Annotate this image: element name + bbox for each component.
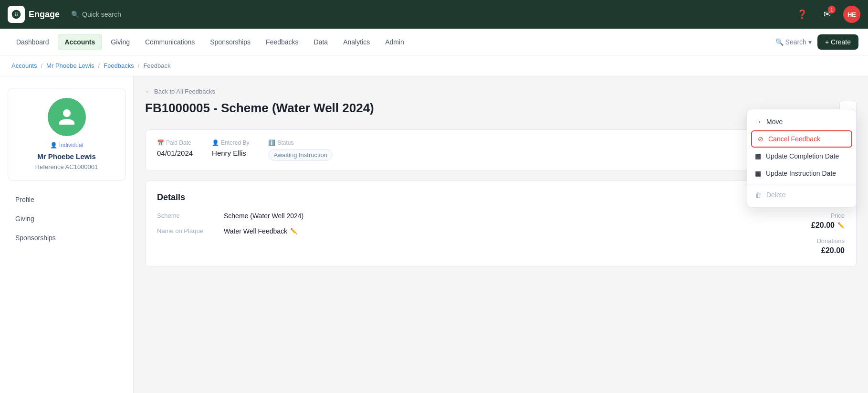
profile-avatar-icon (48, 98, 86, 136)
donations-row: Donations £20.00 (811, 237, 845, 255)
dropdown-move[interactable]: → Move (747, 113, 856, 130)
topbar: Engage 🔍 Quick search ❓ ✉ 1 HE (0, 0, 868, 29)
content-area: ← Back to All Feedbacks FB1000005 - Sche… (134, 76, 868, 393)
breadcrumb-feedbacks[interactable]: Feedbacks (104, 62, 134, 69)
profile-reference: Reference AC1000001 (35, 163, 98, 170)
update-completion-label: Update Completion Date (766, 152, 839, 160)
search-label: Search (785, 38, 806, 46)
profile-card: 👤 Individual Mr Phoebe Lewis Reference A… (8, 88, 125, 181)
reference-label: Reference (35, 163, 64, 170)
search-placeholder: Quick search (82, 11, 121, 18)
cancel-icon: ⊘ (758, 135, 763, 143)
search-button[interactable]: 🔍 Search ▾ (775, 38, 812, 46)
details-left: Scheme Scheme (Water Well 2024) Name on … (157, 212, 303, 255)
nav-item-giving[interactable]: Giving (104, 34, 136, 50)
profile-type: 👤 Individual (50, 142, 84, 149)
app-logo[interactable]: Engage (8, 6, 60, 23)
main-layout: 👤 Individual Mr Phoebe Lewis Reference A… (0, 76, 868, 393)
calendar-icon: ▦ (755, 152, 761, 160)
nav-item-analytics[interactable]: Analytics (336, 34, 376, 50)
cancel-label: Cancel Feedback (768, 135, 820, 143)
nav-right: 🔍 Search ▾ + Create (775, 34, 858, 50)
nav-item-data[interactable]: Data (307, 34, 335, 50)
info-icon: ℹ️ (268, 139, 275, 146)
create-button[interactable]: + Create (817, 34, 858, 50)
reference-value: AC1000001 (65, 163, 98, 170)
back-link[interactable]: ← Back to All Feedbacks (145, 88, 857, 95)
paid-date-value: 04/01/2024 (157, 149, 193, 157)
dropdown-cancel-feedback[interactable]: ⊘ Cancel Feedback (751, 130, 852, 148)
breadcrumb-sep-2: / (98, 62, 100, 69)
breadcrumb-sep-3: / (138, 62, 140, 69)
price-label: Price (811, 212, 845, 219)
scheme-value: Scheme (Water Well 2024) (224, 212, 303, 220)
nav-item-feedbacks[interactable]: Feedbacks (259, 34, 305, 50)
help-icon: ❓ (797, 9, 807, 20)
nav-item-sponsorships[interactable]: Sponsorships (203, 34, 257, 50)
sidebar: 👤 Individual Mr Phoebe Lewis Reference A… (0, 76, 134, 393)
status-field: ℹ️ Status Awaiting Instruction (268, 139, 333, 161)
status-badge: Awaiting Instruction (268, 149, 333, 161)
dropdown-divider (747, 184, 856, 184)
help-button[interactable]: ❓ (794, 6, 811, 23)
entered-by-field: 👤 Entered By Henry Ellis (212, 139, 249, 161)
feedback-title: FB1000005 - Scheme (Water Well 2024) (145, 101, 374, 116)
topbar-right: ❓ ✉ 1 HE (794, 6, 860, 23)
details-body: Scheme Scheme (Water Well 2024) Name on … (157, 212, 845, 255)
details-title: Details (157, 192, 845, 202)
plaque-row: Name on Plaque Water Well Feedback ✏️ (157, 227, 303, 235)
chevron-down-icon: ▾ (808, 38, 812, 46)
profile-name[interactable]: Mr Phoebe Lewis (37, 152, 96, 160)
breadcrumb-person[interactable]: Mr Phoebe Lewis (46, 62, 94, 69)
price-row: Price £20.00 ✏️ (811, 212, 845, 230)
user-avatar[interactable]: HE (843, 6, 860, 23)
trash-icon: 🗑 (755, 191, 762, 199)
dropdown-menu: → Move ⊘ Cancel Feedback ▦ Update Comple… (747, 109, 857, 208)
sidebar-item-profile[interactable]: Profile (8, 190, 125, 209)
calendar-icon: 📅 (157, 139, 164, 146)
user-icon: 👤 (212, 139, 219, 146)
price-value: £20.00 ✏️ (811, 221, 845, 230)
logo-icon (8, 6, 25, 23)
plaque-edit-icon[interactable]: ✏️ (290, 228, 297, 234)
app-name: Engage (29, 10, 60, 20)
status-label: ℹ️ Status (268, 139, 333, 146)
plaque-label: Name on Plaque (157, 227, 214, 235)
person-icon: 👤 (50, 142, 57, 149)
nav-item-communications[interactable]: Communications (138, 34, 201, 50)
nav-item-admin[interactable]: Admin (378, 34, 411, 50)
back-label: Back to All Feedbacks (154, 88, 215, 95)
search-bar[interactable]: 🔍 Quick search (71, 11, 121, 18)
sidebar-item-giving[interactable]: Giving (8, 209, 125, 228)
paid-date-field: 📅 Paid Date 04/01/2024 (157, 139, 193, 161)
nav-item-dashboard[interactable]: Dashboard (10, 34, 56, 50)
price-section: Price £20.00 ✏️ Donations £20.00 (811, 212, 845, 255)
update-instruction-label: Update Instruction Date (766, 170, 836, 177)
delete-label: Delete (766, 191, 785, 199)
entered-by-label: 👤 Entered By (212, 139, 249, 146)
dropdown-update-completion[interactable]: ▦ Update Completion Date (747, 148, 856, 165)
breadcrumb-accounts[interactable]: Accounts (11, 62, 37, 69)
sidebar-item-sponsorships[interactable]: Sponsorships (8, 228, 125, 247)
dropdown-delete[interactable]: 🗑 Delete (747, 186, 856, 203)
notifications-button[interactable]: ✉ 1 (818, 6, 836, 23)
donations-label: Donations (811, 237, 845, 244)
nav-item-accounts[interactable]: Accounts (58, 34, 103, 50)
scheme-row: Scheme Scheme (Water Well 2024) (157, 212, 303, 220)
sidebar-menu: Profile Giving Sponsorships (8, 190, 125, 247)
plaque-value: Water Well Feedback ✏️ (224, 227, 297, 235)
donations-value: £20.00 (811, 246, 845, 255)
search-icon: 🔍 (71, 11, 79, 18)
move-label: Move (766, 118, 783, 126)
secondary-nav: Dashboard Accounts Giving Communications… (0, 29, 868, 55)
breadcrumb-current: Feedback (143, 62, 170, 69)
price-edit-icon[interactable]: ✏️ (837, 222, 845, 229)
calendar2-icon: ▦ (755, 170, 761, 177)
nav-menu: Dashboard Accounts Giving Communications… (10, 34, 775, 50)
breadcrumb-sep-1: / (41, 62, 42, 69)
paid-date-label: 📅 Paid Date (157, 139, 193, 146)
dropdown-update-instruction[interactable]: ▦ Update Instruction Date (747, 165, 856, 182)
scheme-label: Scheme (157, 212, 214, 220)
back-arrow-icon: ← (145, 88, 151, 95)
move-icon: → (755, 118, 762, 126)
